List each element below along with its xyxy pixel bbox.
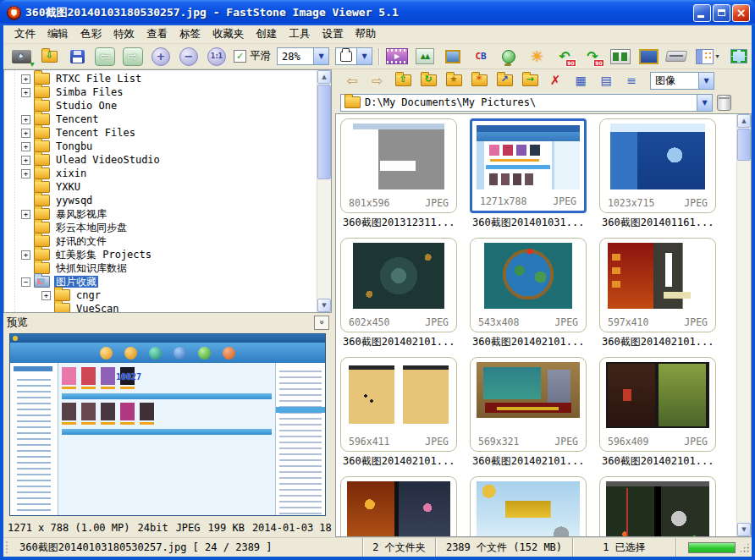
folder-name[interactable]: Ulead VideoStudio <box>54 154 162 166</box>
thumbnail-caption[interactable]: 360截图201401031... <box>470 213 599 230</box>
resize-button[interactable]: ▲▲ <box>414 47 436 67</box>
folder-name[interactable]: VueScan <box>74 303 121 313</box>
menu-item[interactable]: 文件 <box>8 25 41 43</box>
menu-item[interactable]: 收藏夹 <box>207 25 251 43</box>
slideshow-button[interactable]: ▶ <box>386 47 408 67</box>
tree-item[interactable]: Studio One <box>4 99 317 113</box>
batch-convert-button[interactable]: CB <box>470 47 492 67</box>
acquire-scanner-button[interactable] <box>665 47 687 67</box>
thumbnail-image[interactable] <box>610 124 705 189</box>
file-filter-select[interactable]: 图像 ▼ <box>650 72 714 90</box>
folder-name[interactable]: yywsqd <box>54 195 94 206</box>
resize-grip[interactable] <box>739 542 750 553</box>
maximize-button[interactable] <box>713 4 730 22</box>
detail-view-button[interactable]: ▤ <box>596 71 616 90</box>
menu-item[interactable]: 查看 <box>141 25 174 43</box>
list-view-button[interactable]: ≡ <box>621 71 642 90</box>
folder-name[interactable]: Simba Files <box>54 86 124 98</box>
tree-item[interactable]: + Tencent <box>4 113 317 126</box>
tree-item[interactable]: + RTXC File List <box>4 72 317 85</box>
folder-name[interactable]: Tencent Files <box>54 127 137 139</box>
back-button[interactable]: ⇦ <box>342 71 362 90</box>
folder-name[interactable]: YXKU <box>54 181 82 193</box>
thumbnail-caption[interactable]: 360截图201402101... <box>340 332 470 349</box>
refresh-button[interactable]: ↻ <box>418 71 438 90</box>
scrollbar-thumb[interactable] <box>317 85 331 179</box>
up-button[interactable]: ⇧ <box>393 71 413 90</box>
menu-item[interactable]: 创建 <box>251 25 284 43</box>
thumbnail-image[interactable] <box>477 481 580 536</box>
folder-name[interactable]: 图片收藏 <box>54 276 98 288</box>
thumbnail[interactable] <box>340 476 457 536</box>
thumbnail-caption[interactable]: 360截图201402101... <box>599 332 729 349</box>
folder-name[interactable]: 彩云本地同步盘 <box>54 222 129 233</box>
chevron-down-icon[interactable]: ▼ <box>697 95 712 111</box>
menu-item[interactable]: 编辑 <box>41 25 74 43</box>
red-eye-button[interactable] <box>498 47 520 67</box>
tree-item[interactable]: 快抓知识库数据 <box>4 261 317 275</box>
thumbnail-image[interactable] <box>484 243 572 309</box>
tree-item[interactable]: + Tongbu <box>4 140 317 153</box>
thumbnail-caption[interactable]: 360截图201312311... <box>340 213 470 230</box>
previous-image-button[interactable]: ⇦ <box>94 47 116 67</box>
hand-tool-select[interactable]: ▼ <box>335 47 372 65</box>
tree-item[interactable]: + Simba Files <box>4 85 317 99</box>
tree-item[interactable]: + cngr <box>4 288 317 302</box>
crop-button[interactable] <box>442 47 464 67</box>
scrollbar-thumb[interactable] <box>737 129 751 161</box>
save-as-button[interactable] <box>66 47 88 67</box>
expand-toggle[interactable]: + <box>21 250 30 260</box>
layout-select-button[interactable]: ▾ <box>693 47 722 67</box>
thumbnail[interactable]: 543x408 JPEG <box>470 238 587 332</box>
recycle-bin-icon[interactable] <box>717 95 731 111</box>
folder-name[interactable]: Tencent <box>54 113 101 125</box>
thumbnail-image[interactable] <box>353 124 444 189</box>
menu-item[interactable]: 色彩 <box>74 25 107 43</box>
thumbnail-image[interactable] <box>353 243 444 309</box>
forward-button[interactable]: ⇨ <box>367 71 388 90</box>
rotate-right-button[interactable]: ↷90 <box>581 47 603 67</box>
open-folder-button[interactable]: ⇩ <box>38 47 60 67</box>
screen-capture-button[interactable] <box>637 47 659 67</box>
expand-toggle[interactable]: + <box>21 142 30 151</box>
scroll-up-icon[interactable]: ▲ <box>737 114 751 128</box>
tree-item[interactable]: + Ulead VideoStudio <box>4 153 317 167</box>
tree-item[interactable]: + 暴风影视库 <box>4 207 317 221</box>
fullscreen-button[interactable] <box>728 47 750 67</box>
tree-item[interactable]: + xixin <box>4 167 317 180</box>
thumbnail[interactable]: 1271x788 JPEG <box>470 118 587 213</box>
folder-name[interactable]: Studio One <box>54 100 118 112</box>
tree-item[interactable]: 彩云本地同步盘 <box>4 221 317 234</box>
thumbnail-caption[interactable]: 360截图201402101... <box>470 452 599 469</box>
thumbnail[interactable]: 602x450 JPEG <box>340 238 457 332</box>
thumbnail-image[interactable] <box>347 362 450 428</box>
actual-size-button[interactable]: 1:1 <box>206 47 228 67</box>
menu-item[interactable]: 设置 <box>317 25 350 43</box>
tree-item[interactable]: + Tencent Files <box>4 126 317 140</box>
menu-item[interactable]: 特效 <box>107 25 141 43</box>
tree-item[interactable]: YXKU <box>4 180 317 194</box>
next-image-button[interactable]: ⇨ <box>122 47 144 67</box>
expand-toggle[interactable]: + <box>21 156 30 165</box>
expand-toggle[interactable]: + <box>21 74 30 84</box>
adjust-lighting-button[interactable]: ☀ <box>526 47 548 67</box>
thumbnail-caption[interactable]: 360截图201401161... <box>599 213 729 230</box>
compare-button[interactable] <box>609 47 631 67</box>
collapse-preview-button[interactable]: » <box>314 316 329 330</box>
thumbnail[interactable]: 597x410 JPEG <box>599 238 716 332</box>
thumbnail-image[interactable] <box>477 125 580 189</box>
folder-name[interactable]: 暴风影视库 <box>54 208 108 220</box>
thumbnail[interactable] <box>599 476 716 536</box>
rotate-left-button[interactable]: ↶90 <box>554 47 576 67</box>
chevron-down-icon[interactable]: ▼ <box>698 73 714 89</box>
acquire-camera-button[interactable] <box>10 47 32 67</box>
expand-toggle[interactable]: + <box>21 115 30 124</box>
zoom-level-select[interactable]: 28% ▼ <box>277 47 329 65</box>
thumbnail[interactable]: 1023x715 JPEG <box>599 118 716 213</box>
folder-name[interactable]: cngr <box>74 289 102 301</box>
menu-item[interactable]: 工具 <box>284 25 317 43</box>
folder-name[interactable]: RTXC File List <box>54 73 143 85</box>
menu-item[interactable]: 标签 <box>174 25 207 43</box>
title-bar[interactable]: 360截图20140103180530257.jpg - FastStone I… <box>0 0 755 25</box>
thumbnail[interactable]: 596x409 JPEG <box>599 357 716 452</box>
